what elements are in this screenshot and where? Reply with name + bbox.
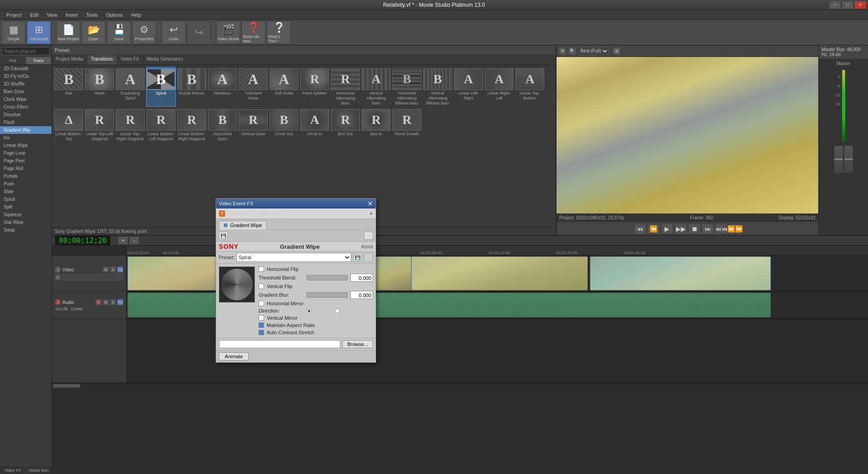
tab-transitions[interactable]: Trans [26,57,52,64]
tab-media-gen[interactable]: Media Gen [26,467,52,474]
vfx-threshold-slider[interactable] [307,275,348,280]
advanced-button[interactable]: ⊞ Advanced [27,21,51,44]
thumb-vert-open[interactable]: R Vertical Open [238,108,268,143]
vfx-horiz-mirror-checkbox[interactable] [259,301,264,306]
save-button[interactable]: 💾 Save [107,21,131,44]
transition-cross-effect[interactable]: Cross Effect [0,103,52,111]
audio-record-button[interactable]: R [95,299,102,305]
vfx-preset-close[interactable]: ✕ [364,253,373,262]
menu-insert[interactable]: Insert [62,11,82,19]
thumb-vert-alt[interactable]: A Vertical Alternating Bars [361,67,391,107]
make-movie-button[interactable]: 🎬 Make Movie [217,21,240,44]
vfx-close-button[interactable]: ✕ [368,200,373,207]
vfx-auto-contrast-checkbox[interactable] [259,330,264,335]
properties-button[interactable]: ⚙ Properties [132,21,156,44]
thumb-expanding-spiral[interactable]: A Expanding Spiral [115,67,145,107]
transition-3d-fly[interactable]: 3D Fly In/Ou [0,72,52,80]
thumb-soft-noise[interactable]: A Soft Noise [269,67,299,107]
thumb-lin-brt[interactable]: R Linear Bottom-Right Diagonal [177,108,207,143]
transition-3d-cascade[interactable]: 3D Cascade [0,65,52,72]
thumb-horiz-open[interactable]: B Horizontal Open [208,108,237,143]
thumb-box-in[interactable]: R Box In [361,108,391,143]
thumb-linear-lr[interactable]: A Linear Left-Right [453,67,483,107]
tab-project-media[interactable]: Proj [0,57,26,64]
close-button[interactable]: ✕ [854,1,866,9]
transport-stop-button[interactable]: ⏹ [689,224,700,234]
thumb-linear-rl[interactable]: A Linear Right-Left [484,67,514,107]
thumb-valt-bilinear[interactable]: B Vertical Alternating Bilinear Bars [423,67,453,107]
search-input[interactable] [2,47,50,55]
thumb-lin-tr[interactable]: R Linear Top-Right Diagonal [115,108,145,143]
master-fader-right[interactable] [844,146,853,173]
thumb-box-out[interactable]: R Box Out [330,108,360,143]
vfx-gradient-blur-value[interactable]: 0.000 [350,291,373,299]
transition-portals[interactable]: Portals [0,172,52,180]
menu-help[interactable]: Help [127,11,145,19]
timeline-zoom-out[interactable]: - [129,237,139,245]
thumb-nebulous[interactable]: A Nebulous [208,67,237,107]
transition-barn-door[interactable]: Barn Door [0,88,52,95]
transition-page-roll[interactable]: Page Roll [0,165,52,172]
transition-gradient-wipe[interactable]: Gradient Wip [0,126,52,134]
maximize-button[interactable]: □ [842,1,854,9]
transition-squeeze[interactable]: Squeeze [0,211,52,218]
preview-quality-select[interactable]: Best (Full) [578,47,609,55]
vfx-reverse-radio[interactable] [335,308,340,313]
vfx-animate-button[interactable]: Animate [219,352,249,360]
thumb-circle-in[interactable]: A Circle In [300,108,330,143]
thumb-star[interactable]: B Star [54,67,84,107]
transport-prev-frame-button[interactable]: ⏪ [648,224,660,234]
thumb-linear-tb[interactable]: A Linear Top-Bottom [515,67,545,107]
transition-flash[interactable]: Flash [0,118,52,126]
vfx-preset-select[interactable]: Spiral [236,253,351,262]
preview-grid-button[interactable]: ⊞ [613,47,621,55]
transition-iris[interactable]: Iris [0,134,52,142]
minimize-button[interactable]: ─ [829,1,841,9]
menu-tools[interactable]: Tools [82,11,101,19]
transition-slide[interactable]: Slide [0,188,52,195]
tab-transitions-main[interactable]: Transitions [87,55,117,65]
preview-settings-button[interactable]: ⚙ [558,47,566,55]
vfx-gradient-wipe-tab[interactable]: Gradient Wipe [219,221,267,230]
thumb-paint-splatter[interactable]: R Paint Splatter [300,67,330,107]
transition-spiral[interactable]: Spiral [0,195,52,203]
master-fader-left[interactable] [834,146,843,173]
thumb-puzzle[interactable]: B Puzzle Pieces [177,67,207,107]
video-solo-button[interactable]: S [110,266,116,273]
tab-project-media-main[interactable]: Project Media [52,55,87,65]
transport-play-loop-button[interactable]: ▶▶ [675,224,687,234]
vfx-horizontal-flip-checkbox[interactable] [259,266,264,272]
video-fx-button[interactable]: FX [117,266,123,273]
open-button[interactable]: 📂 Open [82,21,105,44]
show-me-how-button[interactable]: ❓ Show Me How [242,21,265,44]
menu-view[interactable]: View [43,11,61,19]
audio-mute-button[interactable]: M [103,299,109,305]
vfx-maintain-aspect-checkbox[interactable] [259,322,264,328]
menu-options[interactable]: Options [102,11,127,19]
transition-star-wipe[interactable]: Star Wipe [0,218,52,226]
vfx-save-preset-button[interactable]: 💾 [219,232,228,240]
vfx-close-preset-button[interactable]: ✕ [364,232,373,240]
transition-push[interactable]: Push [0,180,52,188]
audio-fx-button[interactable]: FX [117,299,123,305]
video-clip-4[interactable] [411,256,588,290]
thumb-lin-bt[interactable]: Δ Linear Bottom-Top [54,108,84,143]
vfx-preset-save[interactable]: 💾 [353,253,362,262]
video-comp-button[interactable]: C [55,274,61,280]
transition-swap[interactable]: Swap [0,226,52,234]
vfx-vertical-flip-checkbox[interactable] [259,284,264,289]
simple-button[interactable]: ▦ Simple [2,21,25,44]
menu-edit[interactable]: Edit [26,11,42,19]
transition-split[interactable]: Split [0,203,52,211]
thumb-circle-out[interactable]: B Circle Out [269,108,299,143]
tab-video-fx-main[interactable]: Video FX [117,55,143,65]
menu-project[interactable]: Project [3,11,25,19]
thumb-horiz-alt[interactable]: R Horizontal Alternating Bars [330,67,360,107]
whats-this-button[interactable]: ❔ What's This? [267,21,291,44]
undo-button[interactable]: ↩ Undo [162,21,185,44]
vfx-threshold-value[interactable]: 0.000 [350,274,373,282]
timeline-scrollbar[interactable] [52,383,868,388]
transition-linear-wipe[interactable]: Linear Wipe [0,142,52,149]
thumb-floral[interactable]: R Floral Growth [392,108,422,143]
new-project-button[interactable]: 📄 New Project [57,21,80,44]
